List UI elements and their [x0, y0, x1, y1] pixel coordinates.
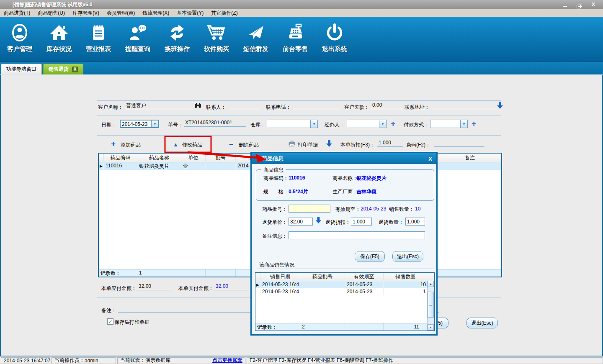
toolbar-label: 提醒查询 — [125, 45, 150, 53]
date-label: 日期： — [101, 121, 116, 128]
vertical-scrollbar[interactable]: ▲ ▼ — [427, 281, 434, 331]
address-input[interactable] — [432, 102, 497, 109]
restore-icon — [578, 3, 582, 7]
scrollbar-thumb[interactable] — [428, 292, 434, 318]
add-drug-button[interactable]: 添加药品 — [121, 141, 141, 149]
tab-sales-return[interactable]: 销售退货 X — [43, 64, 83, 74]
toolbar-item-pos[interactable]: 前台零售 — [276, 17, 315, 59]
sms-icon — [246, 22, 266, 44]
price-down-arrow-icon[interactable] — [315, 216, 322, 225]
cell-batch — [300, 288, 345, 295]
close-button[interactable]: X — [590, 2, 597, 8]
operator-dropdown-icon[interactable]: ▼ — [379, 120, 386, 128]
warehouse-value — [267, 120, 310, 128]
menu-other[interactable]: 其它操作(Z) — [207, 9, 241, 17]
title-bar: [领智]医药销售管理系统 试用版v6.0 X — [0, 0, 603, 9]
edit-drug-button[interactable]: 修改药品 — [182, 141, 202, 149]
dialog-close-icon[interactable]: X — [428, 156, 432, 162]
grid-header-cell[interactable]: 批号 — [206, 154, 236, 162]
order-discount-input[interactable]: 1.000 — [377, 140, 403, 147]
cell-drug-name: 银花泌炎灵片 — [137, 162, 181, 170]
grid-header-cell[interactable]: 销售日期 — [260, 273, 300, 281]
return-discount-input[interactable]: 1.000 — [351, 218, 372, 226]
toolbar-item-report[interactable]: 营业报表 — [79, 17, 118, 59]
discount-down-arrow-icon[interactable] — [326, 139, 332, 149]
grid-header-cell[interactable]: 单位 — [181, 154, 206, 162]
operator-value: admin — [85, 358, 98, 364]
tab-nav-window[interactable]: 功能导航窗口 — [1, 64, 42, 74]
toolbar-item-exit[interactable]: 退出系统 — [315, 17, 354, 59]
toolbar-item-sms[interactable]: 短信群发 — [236, 17, 276, 59]
menu-cashflow[interactable]: 钱流管理(X) — [139, 9, 173, 17]
toolbar-item-inventory[interactable]: 库存状况 — [39, 17, 79, 59]
menu-goods-purchase[interactable]: 商品进货(T) — [0, 9, 34, 17]
dialog-remark-input[interactable] — [289, 231, 425, 239]
add-payment-icon[interactable]: + — [472, 120, 476, 127]
record-count-label: 记录数： — [99, 269, 137, 277]
manufacturer-value: 吉林华康 — [356, 188, 376, 195]
dialog-exit-button[interactable]: 退出(Esc) — [392, 251, 423, 262]
footer-cell — [206, 269, 236, 277]
delete-drug-button[interactable]: 删除药品 — [239, 141, 259, 149]
menu-inventory[interactable]: 库存管理(V) — [69, 9, 103, 17]
scroll-up-icon[interactable]: ▲ — [428, 281, 434, 287]
cell-qty: 10 — [384, 281, 428, 288]
account-text: 当前账套：演示数据库 — [120, 357, 170, 364]
phone-input[interactable] — [293, 102, 340, 109]
spec-label: 规 格： — [263, 188, 289, 195]
grid-header-cell[interactable]: 备注 — [438, 154, 501, 162]
scroll-down-icon[interactable]: ▼ — [428, 324, 434, 331]
customer-name-label: 客户名称： — [98, 104, 123, 111]
maximize-button[interactable] — [575, 2, 583, 8]
barcode-input[interactable] — [434, 140, 484, 147]
grid-header-cell[interactable]: 销售数量 — [384, 273, 428, 281]
warehouse-dropdown-icon[interactable]: ▼ — [310, 120, 317, 128]
print-receipt-button[interactable]: 打印单据 — [298, 141, 318, 149]
grid-header-cell[interactable]: 有效期至 — [345, 273, 384, 281]
grid-header-cell[interactable]: 药品批号 — [300, 273, 345, 281]
minimize-button[interactable] — [561, 2, 569, 8]
tab-close-icon[interactable]: X — [72, 67, 78, 72]
close-icon: X — [592, 2, 595, 8]
cell-unit: 盒 — [181, 162, 206, 170]
date-combobox[interactable]: 2014-05-23 ▼ — [120, 120, 159, 128]
menu-members[interactable]: 会员管理(W) — [103, 9, 139, 17]
print-after-save-checkbox[interactable]: ✓ — [107, 318, 113, 325]
return-qty-input[interactable]: 1.000 — [405, 218, 425, 226]
switch-account-link[interactable]: 点击更换账套 — [212, 357, 242, 364]
menu-goods-sales[interactable]: 商品销售(U) — [34, 9, 69, 17]
return-price-input[interactable]: 32.00 — [289, 218, 313, 226]
toolbar-label: 营业报表 — [86, 45, 111, 53]
add-operator-icon[interactable]: + — [391, 120, 395, 127]
toolbar-label: 短信群发 — [243, 45, 268, 53]
table-row[interactable]: ▶ 2014-05-23 16:4 2014-05-23 10 — [255, 281, 434, 288]
grid-header-cell[interactable]: 药品名称 — [137, 154, 181, 162]
date-dropdown-icon[interactable]: ▼ — [151, 120, 158, 127]
grid-header-cell[interactable]: 药品编码 — [104, 154, 137, 162]
payment-dropdown-icon[interactable]: ▼ — [460, 120, 467, 128]
contact-input[interactable] — [230, 102, 260, 109]
toolbar-item-customer[interactable]: 客户管理 — [0, 17, 39, 59]
paid-value: 32.00 — [214, 283, 248, 290]
toolbar-item-shift[interactable]: 换班操作 — [157, 17, 197, 59]
toolbar-item-purchase[interactable]: 软件购买 — [197, 17, 236, 59]
search-binoculars-icon[interactable] — [194, 102, 201, 110]
customer-name-input[interactable]: 普通客户 — [125, 102, 193, 109]
toolbar-item-reminder[interactable]: 提醒查询 — [118, 17, 157, 59]
record-count-label: 记录数： — [255, 323, 300, 331]
dialog-title-bar[interactable]: 药品信息 X — [252, 153, 436, 164]
payment-combobox[interactable]: ▼ — [430, 120, 468, 128]
exit-button[interactable]: 退出(Esc) — [466, 318, 498, 328]
operator-combobox[interactable]: ▼ — [347, 120, 387, 128]
toolbar-label: 客户管理 — [7, 45, 32, 53]
debt-label: 客户欠款： — [344, 104, 369, 111]
address-dropdown-arrow-icon[interactable] — [497, 101, 503, 110]
debt-value: 0.00 — [371, 102, 403, 109]
dialog-save-button[interactable]: 保存(F5) — [355, 251, 385, 262]
table-row[interactable]: 2014-05-23 16:4 2014-05-23 1 — [255, 288, 434, 295]
batch-input[interactable] — [289, 205, 330, 213]
status-operator: 当前操作员： admin — [52, 357, 116, 364]
order-remark-label: 备注： — [101, 307, 116, 314]
menu-settings[interactable]: 基本设置(Y) — [173, 9, 207, 17]
warehouse-combobox[interactable]: ▼ — [267, 120, 318, 128]
